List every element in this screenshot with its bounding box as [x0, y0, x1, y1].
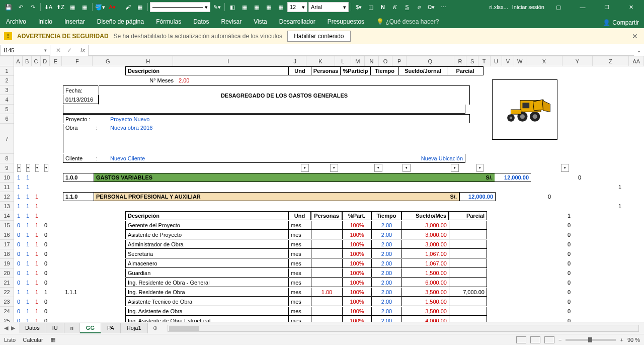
- tab-insertar[interactable]: Insertar: [58, 15, 91, 28]
- col-D[interactable]: D: [41, 56, 50, 66]
- table-icon[interactable]: ▦: [134, 2, 145, 13]
- sheet-tab-IU[interactable]: IU: [46, 323, 64, 333]
- col-T[interactable]: T: [478, 56, 491, 66]
- sheet-tab-Hoja1[interactable]: Hoja1: [121, 323, 148, 333]
- fill-color-icon[interactable]: 🪣▾: [95, 2, 106, 13]
- omega-icon[interactable]: Ω▾: [426, 2, 437, 13]
- col-AA[interactable]: AA: [629, 56, 644, 66]
- col-R[interactable]: R: [454, 56, 467, 66]
- accept-formula-icon[interactable]: ✓: [64, 45, 74, 55]
- macro-record-icon[interactable]: ▦: [50, 336, 55, 343]
- bold-icon[interactable]: N: [377, 2, 388, 13]
- col-B[interactable]: B: [23, 56, 32, 66]
- tab-desarrollador[interactable]: Desarrollador: [273, 15, 321, 28]
- view-normal-icon[interactable]: [516, 336, 526, 343]
- undo-icon[interactable]: ↶: [15, 2, 26, 13]
- view-layout-icon[interactable]: [530, 336, 540, 343]
- sheet-tab-Datos[interactable]: Datos: [19, 323, 46, 333]
- col-S[interactable]: S: [466, 56, 478, 66]
- row-22[interactable]: 22: [0, 288, 14, 297]
- row-2[interactable]: 2: [0, 76, 14, 85]
- col-G[interactable]: G: [93, 56, 123, 66]
- italic-icon[interactable]: K: [389, 2, 400, 13]
- sort-asc-icon[interactable]: ⬇A: [43, 2, 54, 13]
- cancel-formula-icon[interactable]: ✕: [53, 45, 63, 55]
- page2-icon[interactable]: ▦: [79, 2, 90, 13]
- row-14[interactable]: 14: [0, 211, 14, 221]
- row-10[interactable]: 10: [0, 173, 14, 183]
- line-style-combo[interactable]: ▾: [150, 2, 210, 12]
- tab-vista[interactable]: Vista: [248, 15, 273, 28]
- col-V[interactable]: V: [502, 56, 514, 66]
- row-12[interactable]: 12: [0, 192, 14, 202]
- grid4-icon[interactable]: ▦: [275, 2, 286, 13]
- tab-presupuestos[interactable]: Presupuestos: [321, 15, 370, 28]
- col-O[interactable]: O: [379, 56, 393, 66]
- row-4[interactable]: 4: [0, 95, 14, 105]
- row-13[interactable]: 13: [0, 202, 14, 211]
- col-P[interactable]: P: [392, 56, 407, 66]
- zoom-level[interactable]: 90 %: [627, 337, 640, 343]
- col-A[interactable]: A: [14, 56, 23, 66]
- grid2-icon[interactable]: ▦: [251, 2, 262, 13]
- select-all-corner[interactable]: [0, 56, 14, 66]
- row-5[interactable]: 5: [0, 105, 14, 114]
- other-icon[interactable]: ◫: [365, 2, 376, 13]
- cells-area[interactable]: DescripciónUndPersonas%ParticipTiempoSue…: [14, 66, 644, 322]
- tab-formulas[interactable]: Fórmulas: [150, 15, 187, 28]
- fx-icon[interactable]: fx: [77, 47, 88, 54]
- col-E[interactable]: E: [50, 56, 62, 66]
- formula-expand-icon[interactable]: ⌄: [634, 47, 644, 54]
- formula-icon[interactable]: ⅇ: [414, 2, 425, 13]
- filter-icon[interactable]: ▾: [17, 164, 21, 172]
- tab-inicio[interactable]: Inicio: [32, 15, 58, 28]
- ribbon-options-icon[interactable]: ▢: [548, 0, 569, 14]
- font-size-combo[interactable]: 12▾: [287, 2, 307, 12]
- row-19[interactable]: 19: [0, 259, 14, 268]
- font-color-icon[interactable]: A▾: [107, 2, 118, 13]
- add-sheet-button[interactable]: ⊕: [148, 323, 163, 333]
- row-17[interactable]: 17: [0, 240, 14, 249]
- row-8[interactable]: 8: [0, 154, 14, 163]
- col-U[interactable]: U: [491, 56, 503, 66]
- filter-icon[interactable]: ▾: [35, 164, 39, 172]
- tab-archivo[interactable]: Archivo: [0, 15, 32, 28]
- tell-me-box[interactable]: 💡 ¿Qué desea hacer?: [370, 15, 445, 28]
- row-7[interactable]: 7: [0, 124, 14, 154]
- row-9[interactable]: 9: [0, 163, 14, 173]
- sheet-tab-PA[interactable]: PA: [101, 323, 121, 333]
- erase-icon[interactable]: ◧: [227, 2, 238, 13]
- close-icon[interactable]: ✕: [621, 0, 641, 14]
- row-20[interactable]: 20: [0, 268, 14, 278]
- tab-diseno[interactable]: Diseño de página: [91, 15, 150, 28]
- col-I[interactable]: I: [173, 56, 284, 66]
- sheet-tab-GG[interactable]: GG: [80, 323, 101, 333]
- col-K[interactable]: K: [306, 56, 335, 66]
- minimize-icon[interactable]: —: [573, 0, 593, 14]
- login-link[interactable]: Iniciar sesión: [512, 4, 544, 10]
- redo-icon[interactable]: ↷: [27, 2, 38, 13]
- maximize-icon[interactable]: ☐: [597, 0, 617, 14]
- row-18[interactable]: 18: [0, 249, 14, 259]
- underline-icon[interactable]: S: [401, 2, 413, 13]
- sheet-nav-arrows[interactable]: ◀▶: [0, 324, 19, 332]
- row-3[interactable]: 3: [0, 85, 14, 95]
- sort-desc-icon[interactable]: ⬆Z: [55, 2, 66, 13]
- enable-content-button[interactable]: Habilitar contenido: [287, 31, 350, 42]
- col-N[interactable]: N: [365, 56, 379, 66]
- row-11[interactable]: 11: [0, 183, 14, 192]
- view-break-icon[interactable]: [544, 336, 554, 343]
- col-Z[interactable]: Z: [593, 56, 629, 66]
- col-Q[interactable]: Q: [407, 56, 454, 66]
- brush-icon[interactable]: 🖌: [122, 2, 133, 13]
- zoom-out-icon[interactable]: −: [558, 337, 561, 343]
- grid1-icon[interactable]: ▦: [239, 2, 250, 13]
- col-L[interactable]: L: [335, 56, 351, 66]
- grid3-icon[interactable]: ▦: [263, 2, 274, 13]
- zoom-in-icon[interactable]: +: [620, 337, 623, 343]
- row-24[interactable]: 24: [0, 307, 14, 316]
- save-icon[interactable]: 💾: [3, 2, 14, 13]
- horizontal-scrollbar[interactable]: [168, 325, 639, 332]
- warning-close-icon[interactable]: ✕: [630, 30, 640, 42]
- filter-icon[interactable]: ▾: [26, 164, 30, 172]
